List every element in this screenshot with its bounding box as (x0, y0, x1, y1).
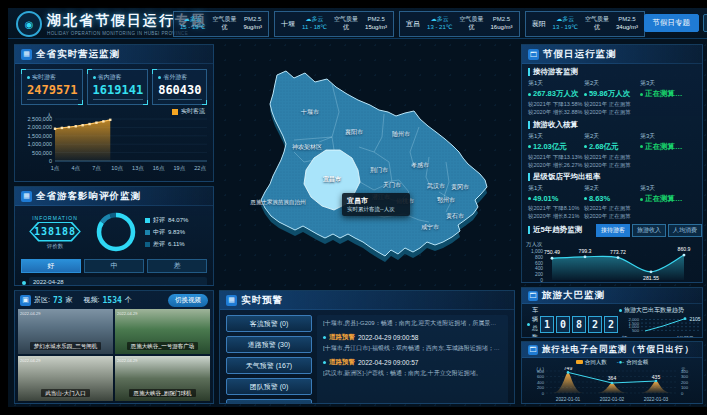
bus-digit: 8 (572, 316, 586, 333)
bus-digit: 2 (588, 316, 602, 333)
svg-text:1,000: 1,000 (531, 249, 543, 254)
bus-trend-chart: 5001,0001,5002,00021054月29日 (619, 315, 703, 338)
camera-thumbnail[interactable]: 2022-04-29武当山-大门入口 (18, 356, 113, 401)
aqi-label: 空气质量 (460, 16, 484, 24)
svg-text:1点: 1点 (51, 165, 60, 171)
amount-swatch: -●- (617, 359, 625, 365)
day-value: 正在测算… (645, 89, 683, 99)
monitor-icon: 🗔 (528, 291, 538, 301)
hubei-map[interactable]: 十堰市襄阳市随州市神农架林区荆门市宜昌市天门市孝感市武汉市黄冈市潜江市仙桃市鄂州… (214, 42, 516, 288)
day-column: 第2天2.68亿元较2021年 正在测算较2020年 正在测算 (584, 132, 640, 170)
bullet-dot (584, 93, 587, 96)
trend-tab-1[interactable]: 接待游客 (596, 224, 630, 237)
bullet-dot (584, 145, 587, 148)
svg-text:2022-01-01: 2022-01-01 (556, 397, 581, 402)
svg-text:200: 200 (535, 272, 543, 277)
legend-value: 84.07% (168, 217, 188, 223)
alert-category-button[interactable]: 团队预警 (0) (226, 378, 312, 395)
alert-text: [武汉市,新洲区]-沪蓉线：畅通；南向北,十开立交附近拥堵。 (323, 369, 502, 378)
aqi-value: 优 (221, 24, 227, 32)
section-header: 旅游收入核算 (528, 120, 696, 130)
pm-label: PM2.5 (493, 16, 510, 24)
hexagon-frame: 138188 (25, 222, 85, 242)
panel-title: 节假日运行监测 (543, 48, 617, 61)
rating-tab-好[interactable]: 好 (21, 259, 81, 273)
day-column: 第2天59.86万人次较2021年 正在测算较2020年 正在测算 (584, 79, 640, 117)
bullet-dot (619, 309, 622, 312)
day-compare: 较2021年 下降13.58% (528, 100, 584, 108)
monitor-icon: 🗔 (528, 345, 538, 355)
legend-label: 差评 (153, 240, 165, 249)
hubei-outline[interactable] (261, 71, 487, 256)
day-value: 2.68亿元 (589, 142, 619, 152)
alert-category-button[interactable]: 道路预警 (30) (226, 336, 312, 353)
switch-video-button[interactable]: 切换视频 (168, 294, 208, 307)
trend-tab-2[interactable]: 旅游收入 (632, 224, 666, 237)
camera-caption: 梦幻水城水乐园_三号闸机 (18, 334, 113, 352)
rating-tab-差[interactable]: 差 (147, 259, 207, 273)
day-compare: 较2020年 正在测算 (584, 212, 640, 220)
weather-cond-col: ☁多云15 - 19℃ (180, 16, 205, 32)
bus-chart-title-row: 旅游大巴出车数量趋势 (619, 306, 703, 315)
legend-label: 好评 (153, 216, 165, 225)
hourly-flow-chart: 0500,0001,000,0001,500,0002,000,0002,500… (17, 111, 213, 177)
camera-timestamp: 2022-04-29 (20, 311, 40, 316)
scenic-unit: 家 (66, 295, 73, 305)
holiday-section: 星级饭店平均出租率第1天49.01%较2021年 下降8.10%较2020年 增… (522, 169, 702, 221)
stat-label: 实时游客 (27, 73, 78, 82)
day-value-row: 正在测算… (640, 194, 696, 204)
legend-swatch (145, 230, 150, 235)
weather-temp: 11 - 18℃ (302, 24, 327, 32)
bullet-dot (323, 336, 326, 339)
day-value: 59.86万人次 (589, 89, 630, 99)
weather-city: 宜昌 (406, 19, 420, 29)
panel-title-bar: ▦ 实时预警 (220, 291, 514, 310)
day-value-row: 正在测算… (640, 142, 696, 152)
trend-title: 近5年趋势监测 (533, 225, 582, 235)
camera-caption: 武当山-大门入口 (18, 381, 113, 399)
day-column: 第2天8.63%较2021年 正在测算较2020年 正在测算 (584, 184, 640, 221)
svg-text:799.3: 799.3 (579, 247, 592, 253)
weather-aqi-col: 空气质量优 (212, 16, 236, 32)
svg-text:773.72: 773.72 (610, 248, 626, 254)
legend-swatch (172, 109, 178, 115)
camera-thumbnail[interactable]: 2022-04-29恩施大峡谷_剧院门球机 (115, 356, 210, 401)
panel-title: 全省游客影响评价监测 (36, 190, 141, 203)
alert-list: [十堰市,房县]-G209：畅通；南向北,迎宾大道附近拥堵，所属景区：房县观音洞… (317, 315, 508, 404)
rating-donut-chart (93, 209, 139, 255)
holiday-section: 接待游客监测第1天267.83万人次较2021年 下降13.58%较2020年 … (522, 64, 702, 117)
rating-tab-中[interactable]: 中 (84, 259, 144, 273)
section-accent-bar (528, 68, 530, 76)
alert-type: 道路预警 (329, 358, 355, 367)
alerts-body: 客流预警 (0)道路预警 (30)天气预警 (167)团队预警 (0)灾害预警 … (220, 310, 514, 404)
day-compare: 较2021年 下降13.13% (528, 153, 584, 161)
svg-text:300: 300 (681, 374, 689, 379)
rating-tabs: 好中差 (15, 255, 213, 275)
camera-thumbnail[interactable]: 2022-04-29恩施大峡谷_一号游客广场 (115, 309, 210, 354)
camera-icon: ▣ (20, 295, 31, 306)
header-button-1[interactable]: 节假日专题 (644, 14, 700, 32)
day-value: 正在测算… (645, 142, 683, 152)
aqi-value: 优 (343, 24, 349, 32)
svg-text:2022-01-03: 2022-01-03 (644, 397, 669, 402)
day-column: 第1天49.01%较2021年 下降8.10%较2020年 增长8.21% (528, 184, 584, 221)
contract-chart: 02004006008000100200300400(人)元7493644352… (522, 367, 702, 403)
camera-caption-text: 梦幻水城水乐园_三号闸机 (30, 342, 102, 350)
weather-temp: 15 - 19℃ (180, 24, 205, 32)
header-button-2[interactable]: 综合监测 (703, 14, 707, 32)
aqi-label: 空气质量 (334, 16, 358, 24)
stat-label: 省外游客 (158, 73, 202, 82)
alert-category-button[interactable]: 灾害预警 (0) (226, 399, 312, 404)
svg-text:1,500,000: 1,500,000 (28, 133, 52, 139)
stat-card: 实时游客2479571 (21, 69, 83, 105)
panel-cameras: ▣ 景区: 73 家 视频: 1534 个 切换视频 2022-04-29梦幻水… (14, 290, 214, 404)
monitor-icon: 🗔 (528, 49, 539, 60)
evaluation-total: 138188 (27, 223, 83, 240)
alert-category-button[interactable]: 天气预警 (167) (226, 357, 312, 374)
day-value-row: 267.83万人次 (528, 89, 584, 99)
aqi-label: 空气质量 (585, 16, 609, 24)
trend-tab-3[interactable]: 人均消费 (668, 224, 702, 237)
svg-text:749: 749 (564, 367, 573, 371)
alert-category-button[interactable]: 客流预警 (0) (226, 315, 312, 332)
camera-thumbnail[interactable]: 2022-04-29梦幻水城水乐园_三号闸机 (18, 309, 113, 354)
